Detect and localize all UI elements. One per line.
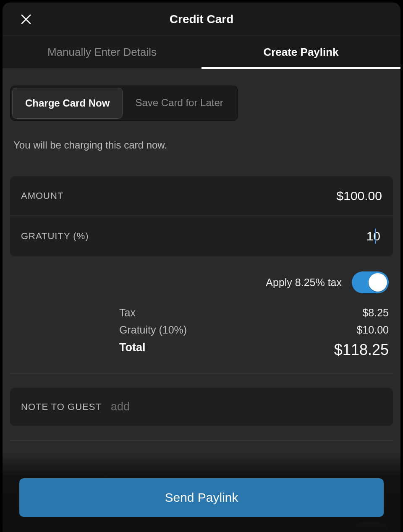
amount-value: $100.00 <box>337 189 382 203</box>
tax-row: Apply 8.25% tax <box>10 256 393 302</box>
charge-summary: Tax $8.25 Gratuity (10%) $10.00 Total $1… <box>10 302 393 373</box>
summary-tax-label: Tax <box>119 307 136 319</box>
modal-header: Credit Card <box>3 3 400 36</box>
amount-card: AMOUNT $100.00 GRATUITY (%) 10 <box>10 176 393 256</box>
summary-gratuity-value: $10.00 <box>357 324 389 336</box>
tab-bar: Manually Enter Details Create Paylink <box>3 36 400 69</box>
tab-manual-entry[interactable]: Manually Enter Details <box>3 36 202 68</box>
footer: Send Paylink <box>3 467 400 532</box>
text-cursor-icon <box>375 229 376 244</box>
note-label: NOTE TO GUEST <box>21 402 102 412</box>
close-button[interactable] <box>18 11 34 28</box>
note-to-guest-row[interactable]: NOTE TO GUEST <box>10 388 393 426</box>
summary-total-row: Total $118.25 <box>119 339 389 361</box>
summary-tax-value: $8.25 <box>362 307 389 319</box>
toggle-knob-icon <box>369 273 387 292</box>
close-icon <box>20 13 32 26</box>
charge-mode-segmented: Charge Card Now Save Card for Later <box>10 86 238 121</box>
divider <box>10 440 393 441</box>
summary-tax-row: Tax $8.25 <box>119 304 389 321</box>
gratuity-label: GRATUITY (%) <box>21 231 89 242</box>
tax-toggle-label: Apply 8.25% tax <box>266 276 342 289</box>
amount-row[interactable]: AMOUNT $100.00 <box>10 176 393 216</box>
gratuity-row[interactable]: GRATUITY (%) 10 <box>10 216 393 256</box>
segment-save-later[interactable]: Save Card for Later <box>123 88 236 119</box>
summary-gratuity-row: Gratuity (10%) $10.00 <box>119 321 389 339</box>
credit-card-modal: Credit Card Manually Enter Details Creat… <box>3 3 400 532</box>
amount-label: AMOUNT <box>21 190 63 201</box>
modal-title: Credit Card <box>170 13 233 26</box>
segment-charge-now[interactable]: Charge Card Now <box>12 88 123 119</box>
tax-toggle[interactable] <box>352 271 389 293</box>
summary-gratuity-label: Gratuity (10%) <box>119 324 187 336</box>
note-input[interactable] <box>111 400 382 413</box>
summary-total-label: Total <box>119 341 146 359</box>
summary-total-value: $118.25 <box>334 341 389 359</box>
send-paylink-button[interactable]: Send Paylink <box>19 478 384 517</box>
gratuity-value: 10 <box>366 229 374 243</box>
tab-create-paylink[interactable]: Create Paylink <box>202 36 400 68</box>
modal-body: Charge Card Now Save Card for Later You … <box>3 69 400 532</box>
helper-text: You will be charging this card now. <box>10 139 393 151</box>
